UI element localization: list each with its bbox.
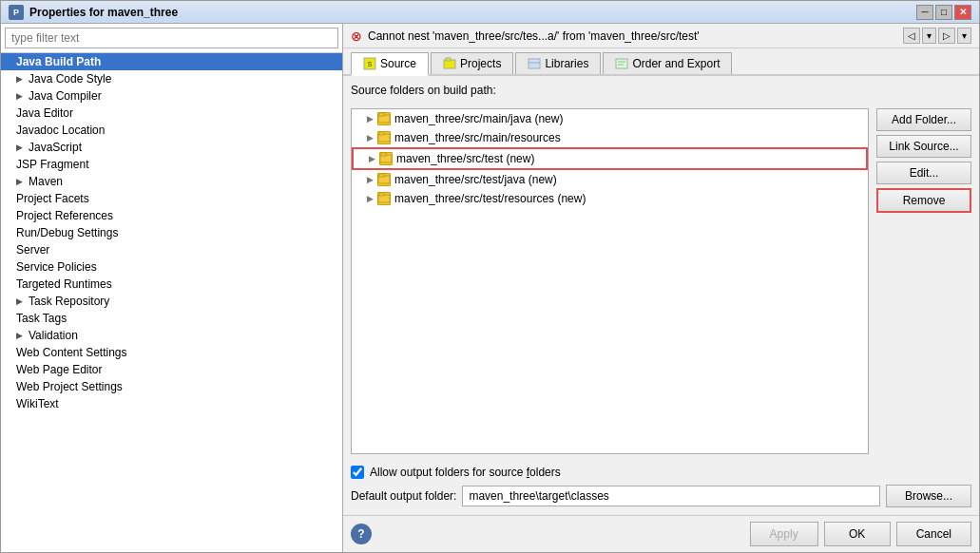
title-bar-buttons: ─ □ ✕	[916, 5, 971, 20]
link-source-button[interactable]: Link Source...	[876, 135, 971, 158]
apply-button[interactable]: Apply	[750, 522, 818, 546]
tab-order-export[interactable]: Order and Export	[603, 52, 732, 74]
remove-button[interactable]: Remove	[876, 188, 971, 213]
properties-window: P Properties for maven_three ─ □ ✕ Java …	[0, 0, 980, 553]
sidebar-label: Web Project Settings	[16, 380, 123, 393]
sidebar-item-web-page-editor[interactable]: Web Page Editor	[1, 361, 342, 378]
arrow-icon: ▶	[16, 143, 23, 152]
source-tab-content: Source folders on build path: ▶ maven_th…	[343, 76, 979, 515]
sidebar-label: Run/Debug Settings	[16, 226, 118, 239]
source-item-0[interactable]: ▶ maven_three/src/main/java (new)	[352, 109, 868, 128]
sidebar-item-java-code-style[interactable]: ▶ Java Code Style	[1, 70, 342, 87]
filter-input[interactable]	[5, 28, 338, 48]
source-panel: ▶ maven_three/src/main/java (new) ▶	[351, 108, 971, 454]
maximize-button[interactable]: □	[935, 5, 952, 20]
output-folder-input[interactable]	[462, 486, 880, 506]
sidebar-item-java-editor[interactable]: Java Editor	[1, 105, 342, 122]
sidebar-item-web-project-settings[interactable]: Web Project Settings	[1, 378, 342, 395]
allow-output-checkbox[interactable]	[351, 466, 364, 479]
error-next-dropdown-button[interactable]: ▾	[957, 28, 971, 44]
sidebar-label: JavaScript	[29, 141, 82, 154]
edit-button[interactable]: Edit...	[876, 162, 971, 184]
checkbox-row: Allow output folders for source folders	[351, 466, 971, 479]
sidebar-label: Validation	[29, 329, 78, 342]
error-next-button[interactable]: ▷	[938, 28, 955, 44]
sidebar-label: Web Content Settings	[16, 346, 127, 359]
tab-libraries[interactable]: Libraries	[515, 52, 601, 74]
error-icon: ⊗	[351, 29, 362, 44]
arrow-icon: ▶	[16, 331, 23, 340]
error-nav: ◁ ▾ ▷ ▾	[903, 28, 971, 44]
source-tab-icon: S	[363, 57, 376, 70]
sidebar-item-task-tags[interactable]: Task Tags	[1, 310, 342, 327]
sidebar-item-validation[interactable]: ▶ Validation	[1, 327, 342, 344]
footer: ? Apply OK Cancel	[343, 515, 979, 552]
output-label: Default output folder:	[351, 489, 456, 503]
window-icon: P	[9, 5, 24, 20]
source-item-label-4: maven_three/src/test/resources (new)	[394, 192, 586, 205]
source-item-4[interactable]: ▶ maven_three/src/test/resources (new)	[352, 189, 868, 208]
svg-text:S: S	[368, 61, 373, 67]
source-folder-icon-3	[377, 173, 391, 186]
sidebar-label: Project References	[16, 209, 113, 222]
right-panel: ⊗ Cannot nest 'maven_three/src/tes...a/'…	[343, 24, 979, 552]
sidebar-item-project-references[interactable]: Project References	[1, 207, 342, 224]
output-row: Default output folder: Browse...	[351, 485, 971, 507]
svg-rect-16	[379, 174, 384, 177]
sidebar-item-task-repository[interactable]: ▶ Task Repository	[1, 293, 342, 310]
error-message: Cannot nest 'maven_three/src/tes...a/' f…	[368, 29, 700, 43]
browse-button[interactable]: Browse...	[886, 485, 971, 507]
svg-rect-14	[381, 153, 386, 156]
svg-rect-12	[379, 132, 384, 135]
source-item-2[interactable]: ▶ maven_three/src/test (new)	[352, 147, 868, 170]
sidebar-label: Task Tags	[16, 312, 67, 325]
sidebar-item-java-compiler[interactable]: ▶ Java Compiler	[1, 87, 342, 105]
tab-source[interactable]: S Source	[351, 52, 429, 76]
sidebar-item-project-facets[interactable]: Project Facets	[1, 190, 342, 207]
minimize-button[interactable]: ─	[916, 5, 933, 20]
source-list[interactable]: ▶ maven_three/src/main/java (new) ▶	[351, 108, 869, 454]
help-button[interactable]: ?	[351, 524, 372, 544]
arrow-icon: ▶	[16, 91, 23, 101]
source-item-1[interactable]: ▶ maven_three/src/main/resources	[352, 128, 868, 147]
svg-rect-3	[446, 58, 451, 61]
sidebar-item-java-build-path[interactable]: Java Build Path	[1, 53, 342, 70]
sidebar-label: Project Facets	[16, 192, 89, 205]
source-folder-icon-2	[379, 152, 393, 165]
tab-bar: S Source Projects Libraries	[343, 48, 979, 76]
sidebar-item-service-policies[interactable]: Service Policies	[1, 258, 342, 276]
sidebar-list: Java Build Path ▶ Java Code Style ▶ Java…	[1, 53, 342, 552]
sidebar-label: Java Compiler	[29, 89, 102, 103]
error-dropdown-button[interactable]: ▾	[922, 28, 936, 44]
source-item-3[interactable]: ▶ maven_three/src/test/java (new)	[352, 170, 868, 189]
cancel-button[interactable]: Cancel	[896, 522, 971, 546]
sidebar-item-wikitext[interactable]: WikiText	[1, 395, 342, 412]
close-button[interactable]: ✕	[954, 5, 971, 20]
expand-arrow-1: ▶	[367, 133, 374, 143]
sidebar-item-javascript[interactable]: ▶ JavaScript	[1, 139, 342, 156]
tab-source-label: Source	[380, 57, 416, 70]
arrow-icon: ▶	[16, 74, 23, 84]
svg-rect-18	[379, 193, 384, 196]
sidebar-label: Java Code Style	[29, 72, 111, 86]
expand-arrow-2: ▶	[369, 154, 375, 163]
error-prev-button[interactable]: ◁	[903, 28, 920, 44]
sidebar-item-run-debug-settings[interactable]: Run/Debug Settings	[1, 224, 342, 241]
sidebar-item-maven[interactable]: ▶ Maven	[1, 173, 342, 190]
sidebar-label: Server	[16, 243, 49, 257]
window-title: Properties for maven_three	[29, 6, 178, 19]
sidebar-label: Java Build Path	[16, 55, 101, 68]
sidebar-item-jsp-fragment[interactable]: JSP Fragment	[1, 156, 342, 173]
add-folder-button[interactable]: Add Folder...	[876, 108, 971, 131]
sidebar-item-server[interactable]: Server	[1, 241, 342, 258]
source-item-label-3: maven_three/src/test/java (new)	[394, 173, 557, 186]
projects-tab-icon	[443, 57, 456, 70]
sidebar-item-targeted-runtimes[interactable]: Targeted Runtimes	[1, 276, 342, 293]
tab-order-export-label: Order and Export	[632, 57, 720, 70]
ok-button[interactable]: OK	[824, 522, 891, 546]
sidebar-item-web-content-settings[interactable]: Web Content Settings	[1, 344, 342, 361]
svg-rect-10	[379, 113, 384, 116]
sidebar-item-javadoc-location[interactable]: Javadoc Location	[1, 122, 342, 139]
sidebar: Java Build Path ▶ Java Code Style ▶ Java…	[1, 24, 343, 552]
tab-projects[interactable]: Projects	[431, 52, 513, 74]
